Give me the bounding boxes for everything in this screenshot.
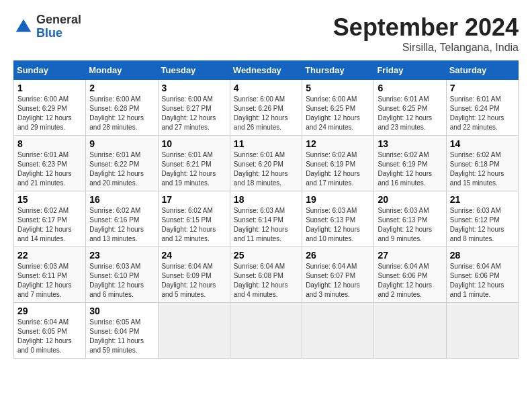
day-cell-30: 30Sunrise: 6:05 AMSunset: 6:04 PMDayligh… [86,303,158,359]
day-number: 10 [162,138,226,149]
day-number: 16 [89,194,154,205]
day-number: 26 [306,250,370,261]
day-detail: Sunrise: 6:03 AMSunset: 6:13 PMDaylight:… [378,206,442,244]
day-cell-9: 9Sunrise: 6:01 AMSunset: 6:22 PMDaylight… [86,136,158,191]
location-subtitle: Sirsilla, Telangana, India [333,42,519,54]
day-number: 25 [234,250,298,261]
day-number: 1 [17,83,82,93]
day-cell-13: 13Sunrise: 6:02 AMSunset: 6:19 PMDayligh… [374,136,446,191]
calendar-row: 29Sunrise: 6:04 AMSunset: 6:05 PMDayligh… [14,303,519,359]
day-number: 13 [378,138,442,149]
day-cell-1: 1Sunrise: 6:00 AMSunset: 6:29 PMDaylight… [14,80,86,136]
day-detail: Sunrise: 6:04 AMSunset: 6:06 PMDaylight:… [378,262,442,300]
day-cell-21: 21Sunrise: 6:03 AMSunset: 6:12 PMDayligh… [446,191,518,247]
day-detail: Sunrise: 6:01 AMSunset: 6:22 PMDaylight:… [89,150,154,188]
day-number: 22 [17,250,82,261]
day-detail: Sunrise: 6:02 AMSunset: 6:19 PMDaylight:… [306,150,370,188]
day-detail: Sunrise: 6:03 AMSunset: 6:11 PMDaylight:… [17,262,82,300]
day-cell-24: 24Sunrise: 6:04 AMSunset: 6:09 PMDayligh… [158,247,230,303]
day-detail: Sunrise: 6:04 AMSunset: 6:06 PMDaylight:… [450,262,515,300]
day-number: 12 [306,138,370,149]
day-number: 17 [162,194,226,205]
day-detail: Sunrise: 6:03 AMSunset: 6:12 PMDaylight:… [450,206,515,244]
day-cell-10: 10Sunrise: 6:01 AMSunset: 6:21 PMDayligh… [158,136,230,191]
calendar-table: SundayMondayTuesdayWednesdayThursdayFrid… [13,60,519,359]
weekday-header-monday: Monday [86,61,158,80]
day-number: 11 [234,138,298,149]
day-cell-29: 29Sunrise: 6:04 AMSunset: 6:05 PMDayligh… [14,303,86,359]
day-number: 9 [89,138,154,149]
day-number: 28 [450,250,515,261]
day-cell-15: 15Sunrise: 6:02 AMSunset: 6:17 PMDayligh… [14,191,86,247]
day-number: 23 [89,250,154,261]
day-detail: Sunrise: 6:04 AMSunset: 6:09 PMDaylight:… [162,262,226,300]
day-cell-5: 5Sunrise: 6:00 AMSunset: 6:25 PMDaylight… [302,80,374,136]
weekday-header-tuesday: Tuesday [158,61,230,80]
calendar-row: 1Sunrise: 6:00 AMSunset: 6:29 PMDaylight… [14,80,519,136]
day-detail: Sunrise: 6:02 AMSunset: 6:15 PMDaylight:… [162,206,226,244]
calendar-row: 8Sunrise: 6:01 AMSunset: 6:23 PMDaylight… [14,136,519,191]
day-detail: Sunrise: 6:04 AMSunset: 6:08 PMDaylight:… [234,262,298,300]
day-cell-18: 18Sunrise: 6:03 AMSunset: 6:14 PMDayligh… [230,191,302,247]
day-cell-16: 16Sunrise: 6:02 AMSunset: 6:16 PMDayligh… [86,191,158,247]
logo-icon [13,17,34,37]
day-cell-14: 14Sunrise: 6:02 AMSunset: 6:18 PMDayligh… [446,136,518,191]
day-detail: Sunrise: 6:02 AMSunset: 6:19 PMDaylight:… [378,150,442,188]
empty-cell [158,303,230,359]
day-detail: Sunrise: 6:02 AMSunset: 6:17 PMDaylight:… [17,206,82,244]
day-detail: Sunrise: 6:04 AMSunset: 6:05 PMDaylight:… [17,318,82,355]
day-cell-22: 22Sunrise: 6:03 AMSunset: 6:11 PMDayligh… [14,247,86,303]
day-number: 2 [89,83,154,93]
day-detail: Sunrise: 6:01 AMSunset: 6:20 PMDaylight:… [234,150,298,188]
empty-cell [230,303,302,359]
day-cell-7: 7Sunrise: 6:01 AMSunset: 6:24 PMDaylight… [446,80,518,136]
day-detail: Sunrise: 6:03 AMSunset: 6:13 PMDaylight:… [306,206,370,244]
day-number: 7 [450,83,515,93]
empty-cell [302,303,374,359]
day-number: 20 [378,194,442,205]
logo-blue: Blue [36,26,62,40]
page-header: General Blue September 2024 Sirsilla, Te… [13,13,519,54]
day-cell-17: 17Sunrise: 6:02 AMSunset: 6:15 PMDayligh… [158,191,230,247]
day-detail: Sunrise: 6:00 AMSunset: 6:27 PMDaylight:… [162,95,226,132]
weekday-header-thursday: Thursday [302,61,374,80]
day-cell-11: 11Sunrise: 6:01 AMSunset: 6:20 PMDayligh… [230,136,302,191]
day-number: 21 [450,194,515,205]
title-block: September 2024 Sirsilla, Telangana, Indi… [333,13,519,54]
day-cell-23: 23Sunrise: 6:03 AMSunset: 6:10 PMDayligh… [86,247,158,303]
day-cell-6: 6Sunrise: 6:01 AMSunset: 6:25 PMDaylight… [374,80,446,136]
logo-general: General [36,13,81,26]
day-detail: Sunrise: 6:01 AMSunset: 6:21 PMDaylight:… [162,150,226,188]
day-number: 6 [378,83,442,93]
weekday-header-sunday: Sunday [14,61,86,80]
empty-cell [374,303,446,359]
day-cell-2: 2Sunrise: 6:00 AMSunset: 6:28 PMDaylight… [86,80,158,136]
day-number: 8 [17,138,82,149]
weekday-header-saturday: Saturday [446,61,518,80]
day-cell-4: 4Sunrise: 6:00 AMSunset: 6:26 PMDaylight… [230,80,302,136]
day-cell-28: 28Sunrise: 6:04 AMSunset: 6:06 PMDayligh… [446,247,518,303]
day-number: 14 [450,138,515,149]
day-number: 18 [234,194,298,205]
svg-marker-0 [16,19,32,32]
day-number: 27 [378,250,442,261]
day-number: 5 [306,83,370,93]
day-cell-8: 8Sunrise: 6:01 AMSunset: 6:23 PMDaylight… [14,136,86,191]
weekday-header-wednesday: Wednesday [230,61,302,80]
month-title: September 2024 [333,13,519,42]
day-cell-12: 12Sunrise: 6:02 AMSunset: 6:19 PMDayligh… [302,136,374,191]
day-detail: Sunrise: 6:00 AMSunset: 6:29 PMDaylight:… [17,95,82,132]
calendar-row: 15Sunrise: 6:02 AMSunset: 6:17 PMDayligh… [14,191,519,247]
logo-text: General Blue [36,13,81,40]
day-detail: Sunrise: 6:05 AMSunset: 6:04 PMDaylight:… [89,318,154,355]
day-detail: Sunrise: 6:01 AMSunset: 6:25 PMDaylight:… [378,95,442,132]
day-number: 24 [162,250,226,261]
day-number: 4 [234,83,298,93]
day-detail: Sunrise: 6:02 AMSunset: 6:18 PMDaylight:… [450,150,515,188]
calendar-row: 22Sunrise: 6:03 AMSunset: 6:11 PMDayligh… [14,247,519,303]
day-detail: Sunrise: 6:02 AMSunset: 6:16 PMDaylight:… [89,206,154,244]
day-cell-25: 25Sunrise: 6:04 AMSunset: 6:08 PMDayligh… [230,247,302,303]
day-cell-26: 26Sunrise: 6:04 AMSunset: 6:07 PMDayligh… [302,247,374,303]
day-number: 19 [306,194,370,205]
day-detail: Sunrise: 6:00 AMSunset: 6:28 PMDaylight:… [89,95,154,132]
